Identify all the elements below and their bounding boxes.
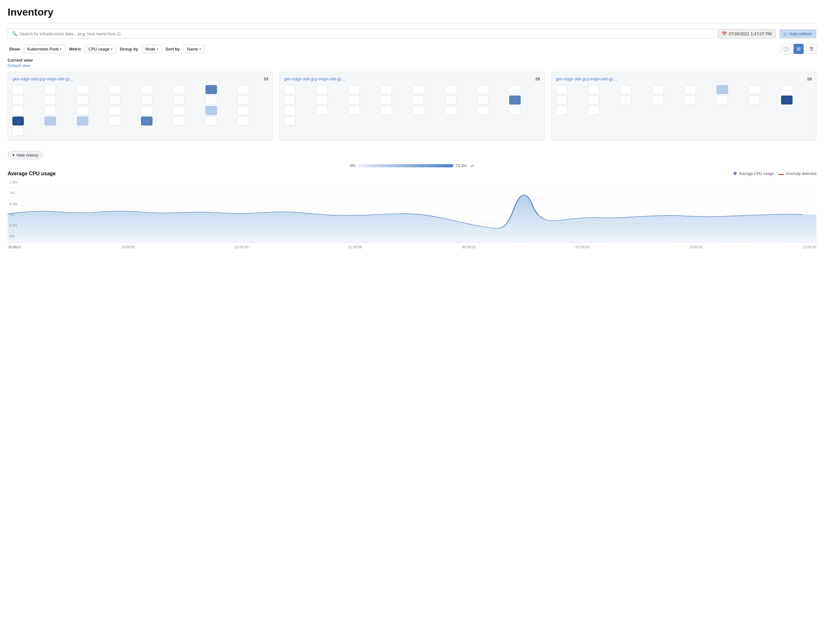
pod-cell[interactable]: ... <box>652 95 664 105</box>
pod-cell[interactable]: ... <box>620 85 632 94</box>
pod-cell[interactable]: ... <box>684 85 696 94</box>
pods-grid: ........................................… <box>284 85 540 125</box>
chart-wrapper: 7.5%7%6.5%6%5.5%5%4.5% <box>8 179 816 250</box>
pod-cell[interactable]: ... <box>445 106 457 115</box>
x-label: 10:00:00 <box>689 245 703 249</box>
pod-cell[interactable]: ... <box>77 95 88 105</box>
group-title[interactable]: gke-edge-oblt-gcp-edge-oblt-gcp-p <box>556 77 620 81</box>
x-label: 04:00:00 <box>462 245 475 249</box>
pod-cell[interactable]: ... <box>652 85 664 94</box>
pod-cell[interactable]: ... <box>781 85 793 94</box>
date-picker-button[interactable]: 📅 07/28/2021 1:47:07 PM <box>718 29 776 39</box>
pod-cell[interactable]: ... <box>238 85 249 94</box>
list-view-button[interactable]: ☰ <box>806 44 816 54</box>
pod-cell[interactable]: ... <box>206 85 217 94</box>
search-input[interactable] <box>20 31 710 36</box>
group-title[interactable]: gke-edge-oblt-gcp-edge-oblt-gcp-p <box>12 77 76 81</box>
history-icon-button[interactable]: 🕐 <box>781 44 791 54</box>
pod-cell[interactable]: ... <box>173 117 184 125</box>
pod-cell[interactable]: ... <box>349 95 360 105</box>
pod-cell[interactable]: ... <box>317 106 328 115</box>
pod-cell[interactable]: ... <box>206 106 217 115</box>
pod-cell[interactable]: ... <box>173 95 184 105</box>
sort-by-dropdown[interactable]: Name ▾ <box>184 45 204 53</box>
pod-cell[interactable]: ... <box>77 85 88 94</box>
pod-cell[interactable]: ... <box>413 95 424 105</box>
pod-cell[interactable]: ... <box>445 85 457 94</box>
pod-cell[interactable]: ... <box>173 85 184 94</box>
pod-cell[interactable]: ... <box>413 106 424 115</box>
pod-cell[interactable]: ... <box>445 95 457 105</box>
pod-cell[interactable]: ... <box>238 117 249 125</box>
pod-cell[interactable]: ... <box>238 95 249 105</box>
pod-cell[interactable]: ... <box>556 95 567 105</box>
sort-by-value: Name <box>187 47 198 51</box>
group-title[interactable]: gke-edge-oblt-gcp-edge-oblt-gcp-p <box>284 77 347 81</box>
pod-cell[interactable]: ... <box>141 117 152 125</box>
pod-cell[interactable]: ... <box>12 85 24 94</box>
pod-cell[interactable]: ... <box>381 95 392 105</box>
pod-cell[interactable]: ... <box>45 95 56 105</box>
current-view-label: Current view <box>8 58 816 63</box>
pod-cell[interactable]: ... <box>781 95 793 105</box>
pod-cell[interactable]: ... <box>173 106 184 115</box>
pod-cell[interactable]: ... <box>716 85 728 94</box>
page-container: Inventory 🔍 📅 07/28/2021 1:47:07 PM ▷ Au… <box>0 0 824 257</box>
pod-cell[interactable]: ... <box>317 85 328 94</box>
group-by-value: Node <box>146 47 155 51</box>
grid-view-button[interactable]: ⊞ <box>793 44 804 54</box>
pod-cell[interactable]: ... <box>141 85 152 94</box>
hide-history-button[interactable]: ▾ Hide history <box>8 151 43 160</box>
pod-cell[interactable]: ... <box>509 95 521 105</box>
filter-icon[interactable]: ⇄ <box>470 163 474 168</box>
pod-cell[interactable]: ... <box>12 117 24 125</box>
pod-cell[interactable]: ... <box>620 95 632 105</box>
pod-cell[interactable]: ... <box>413 85 424 94</box>
pod-cell[interactable]: ... <box>12 106 24 115</box>
pod-cell[interactable]: ... <box>45 117 56 125</box>
pod-cell[interactable]: ... <box>588 95 600 105</box>
pod-cell[interactable]: ... <box>206 95 217 105</box>
pod-cell[interactable]: ... <box>509 106 521 115</box>
pod-cell[interactable]: ... <box>45 85 56 94</box>
pod-cell[interactable]: ... <box>556 106 567 115</box>
pod-cell[interactable]: ... <box>284 117 295 125</box>
pod-cell[interactable]: ... <box>749 85 760 94</box>
metric-dropdown[interactable]: CPU usage ▾ <box>85 45 116 53</box>
pod-cell[interactable]: ... <box>77 117 88 125</box>
pod-cell[interactable]: ... <box>684 95 696 105</box>
pod-cell[interactable]: ... <box>381 106 392 115</box>
pod-cell[interactable]: ... <box>109 117 120 125</box>
pod-cell[interactable]: ... <box>12 95 24 105</box>
pod-cell[interactable]: ... <box>77 106 88 115</box>
auto-refresh-button[interactable]: ▷ Auto-refresh <box>779 29 816 38</box>
group-by-dropdown[interactable]: Node ▾ <box>142 45 162 53</box>
pod-cell[interactable]: ... <box>206 117 217 125</box>
pod-cell[interactable]: ... <box>588 106 600 115</box>
pod-cell[interactable]: ... <box>284 95 295 105</box>
pod-cell[interactable]: ... <box>238 106 249 115</box>
pod-cell[interactable]: ... <box>349 106 360 115</box>
pod-cell[interactable]: ... <box>349 85 360 94</box>
show-dropdown[interactable]: Kubernetes Pods ▾ <box>24 45 65 53</box>
pod-cell[interactable]: ... <box>12 127 24 136</box>
pod-cell[interactable]: ... <box>45 106 56 115</box>
pod-cell[interactable]: ... <box>588 85 600 94</box>
pod-cell[interactable]: ... <box>477 95 489 105</box>
pod-cell[interactable]: ... <box>381 85 392 94</box>
pod-cell[interactable]: ... <box>509 85 521 94</box>
default-view-link[interactable]: Default view <box>8 63 30 68</box>
pod-cell[interactable]: ... <box>141 95 152 105</box>
pod-cell[interactable]: ... <box>477 106 489 115</box>
pod-cell[interactable]: ... <box>284 85 295 94</box>
pod-cell[interactable]: ... <box>556 85 567 94</box>
pod-cell[interactable]: ... <box>141 106 152 115</box>
pod-cell[interactable]: ... <box>284 106 295 115</box>
pod-cell[interactable]: ... <box>109 85 120 94</box>
pod-cell[interactable]: ... <box>109 106 120 115</box>
pod-cell[interactable]: ... <box>716 95 728 105</box>
pod-cell[interactable]: ... <box>749 95 760 105</box>
pod-cell[interactable]: ... <box>317 95 328 105</box>
pod-cell[interactable]: ... <box>109 95 120 105</box>
pod-cell[interactable]: ... <box>477 85 489 94</box>
